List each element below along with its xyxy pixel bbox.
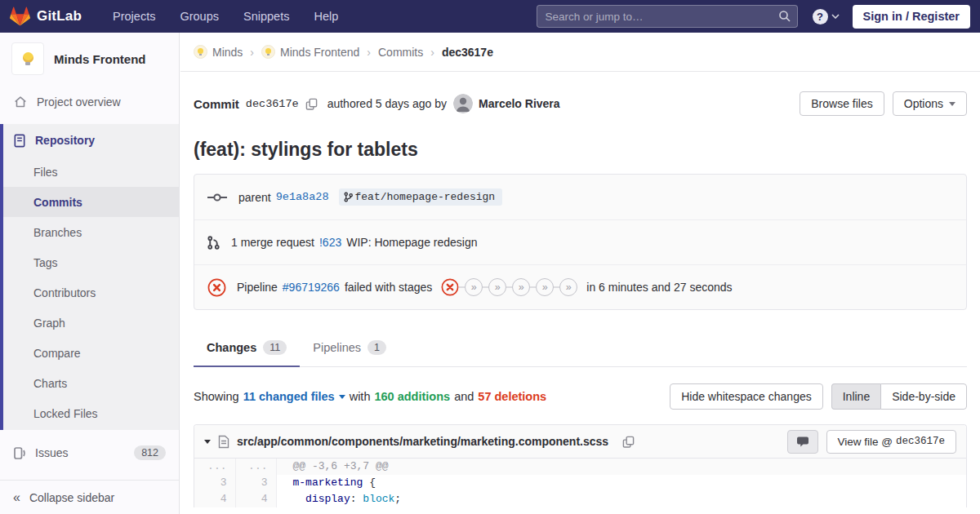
logo-wordmark: GitLab: [37, 8, 82, 24]
author-name[interactable]: Marcelo Rivera: [479, 97, 560, 110]
old-line-number[interactable]: ...: [194, 459, 235, 475]
hide-whitespace-button[interactable]: Hide whitespace changes: [670, 383, 823, 410]
sidebar-item-compare[interactable]: Compare: [3, 338, 179, 368]
old-line-number[interactable]: 3: [194, 475, 235, 491]
issues-count-badge: 812: [134, 445, 166, 460]
pipeline-id-link[interactable]: #96719266: [283, 281, 340, 294]
branch-badge[interactable]: feat/homepage-redesign: [339, 188, 503, 206]
diff-code-line: 3 3 m-marketing {: [194, 475, 966, 491]
copy-file-path-button[interactable]: [622, 436, 635, 448]
project-sidebar: Minds Frontend Project overview Reposito…: [0, 33, 180, 514]
side-by-side-view-button[interactable]: Side-by-side: [880, 383, 967, 410]
document-icon: [13, 134, 26, 148]
file-path[interactable]: src/app/common/components/marketing/mark…: [237, 435, 608, 448]
help-dropdown[interactable]: ?: [813, 9, 840, 24]
authored-text: authored 5 days ago by: [327, 97, 447, 110]
breadcrumb-minds[interactable]: Minds: [194, 45, 243, 59]
parent-row: parent 9e1a8a28 feat/homepage-redesign: [194, 175, 966, 219]
commit-sha: dec3617e: [246, 98, 299, 110]
commit-info-box: parent 9e1a8a28 feat/homepage-redesign: [194, 174, 967, 310]
breadcrumb-commits[interactable]: Commits: [378, 46, 423, 59]
additions-count: 160 additions: [374, 390, 450, 403]
caret-down-icon: [949, 102, 956, 106]
diff-view-toggle: Inline Side-by-side: [831, 383, 967, 410]
parent-label: parent: [238, 191, 271, 204]
stage-skipped-icon[interactable]: »: [465, 278, 483, 296]
changed-files-dropdown[interactable]: 11 changed files: [243, 390, 345, 403]
project-avatar: [11, 42, 44, 75]
pipeline-mini-graph: » » » » »: [441, 278, 577, 296]
old-line-number[interactable]: 4: [194, 491, 235, 507]
toggle-comments-button[interactable]: [787, 430, 818, 454]
stage-skipped-icon[interactable]: »: [512, 278, 530, 296]
sidebar-item-repository[interactable]: Repository: [3, 124, 179, 157]
options-dropdown-button[interactable]: Options: [893, 91, 967, 116]
diff-match-line: ... ... @@ -3,6 +3,7 @@: [194, 459, 966, 475]
sidebar-item-charts[interactable]: Charts: [3, 368, 179, 398]
new-line-number[interactable]: 3: [235, 475, 276, 491]
sign-in-register-button[interactable]: Sign in / Register: [853, 5, 970, 29]
sidebar-item-commits[interactable]: Commits: [3, 187, 179, 217]
pipeline-duration-text: in 6 minutes and 27 seconds: [586, 281, 732, 294]
changes-count-badge: 11: [263, 340, 287, 355]
file-icon: [218, 435, 229, 449]
pipeline-label: Pipeline: [237, 281, 278, 294]
merge-request-link[interactable]: !623: [319, 236, 341, 249]
copy-sha-button[interactable]: [305, 98, 318, 110]
project-context[interactable]: Minds Frontend: [0, 33, 179, 86]
commit-header-row: Commit dec3617e authored 5 days ago by M…: [194, 91, 967, 116]
stage-skipped-icon[interactable]: »: [536, 278, 554, 296]
top-navigation-bar: GitLab Projects Groups Snippets Help ? S…: [0, 0, 980, 33]
project-avatar-icon: [261, 45, 275, 59]
sidebar-item-locked-files[interactable]: Locked Files: [3, 398, 179, 428]
tab-pipelines[interactable]: Pipelines 1: [300, 330, 399, 366]
home-icon: [13, 95, 28, 109]
merge-request-title: WIP: Homepage redesign: [346, 236, 477, 249]
sidebar-item-branches[interactable]: Branches: [3, 217, 179, 247]
search-icon: [778, 10, 791, 26]
top-menu: Projects Groups Snippets Help: [113, 10, 338, 23]
nav-snippets[interactable]: Snippets: [243, 10, 289, 23]
new-line-number[interactable]: ...: [235, 459, 276, 475]
breadcrumb-separator: ›: [367, 46, 371, 59]
stage-skipped-icon[interactable]: »: [559, 278, 577, 296]
inline-view-button[interactable]: Inline: [831, 383, 880, 410]
view-file-button[interactable]: View file @ dec3617e: [826, 430, 957, 454]
sidebar-item-issues[interactable]: Issues 812: [0, 437, 179, 468]
commit-graph-icon: [207, 192, 227, 203]
nav-help[interactable]: Help: [314, 10, 338, 23]
sidebar-item-contributors[interactable]: Contributors: [3, 277, 179, 308]
browse-files-button[interactable]: Browse files: [800, 91, 884, 116]
git-branch-icon: [344, 192, 353, 202]
tab-changes[interactable]: Changes 11: [194, 330, 300, 366]
pipeline-status-text: failed with stages: [345, 281, 432, 294]
merge-request-text: 1 merge request: [231, 236, 314, 249]
gitlab-logo[interactable]: GitLab: [10, 7, 82, 26]
breadcrumb-minds-frontend[interactable]: Minds Frontend: [261, 45, 359, 59]
sidebar-item-tags[interactable]: Tags: [3, 247, 179, 277]
collapse-sidebar-button[interactable]: « Collapse sidebar: [0, 480, 179, 514]
commit-label: Commit: [194, 97, 239, 111]
author-avatar: [453, 94, 473, 113]
search-input[interactable]: [537, 5, 798, 28]
caret-down-icon: [339, 395, 345, 399]
new-line-number[interactable]: 4: [235, 491, 276, 507]
breadcrumb-current-sha: dec3617e: [442, 46, 493, 59]
pipeline-failed-icon: [207, 278, 226, 297]
group-avatar-icon: [194, 45, 207, 59]
diff-table: ... ... @@ -3,6 +3,7 @@ 3 3 m-marketing …: [194, 459, 966, 507]
sidebar-item-graph[interactable]: Graph: [3, 308, 179, 338]
breadcrumb: Minds › Minds Frontend › Commits › dec36…: [180, 33, 980, 72]
sidebar-item-files[interactable]: Files: [3, 157, 179, 187]
stage-failed-icon[interactable]: [441, 278, 459, 296]
deletions-count: 57 deletions: [478, 390, 546, 403]
sidebar-item-project-overview[interactable]: Project overview: [0, 86, 179, 117]
nav-projects[interactable]: Projects: [113, 10, 155, 23]
stage-skipped-icon[interactable]: »: [488, 278, 506, 296]
merge-request-row: 1 merge request !623 WIP: Homepage redes…: [194, 219, 966, 264]
parent-sha-link[interactable]: 9e1a8a28: [276, 191, 329, 203]
collapse-file-caret-icon[interactable]: [204, 440, 211, 444]
nav-groups[interactable]: Groups: [180, 10, 219, 23]
gitlab-tanuki-icon: [10, 7, 30, 26]
breadcrumb-separator: ›: [430, 46, 434, 59]
